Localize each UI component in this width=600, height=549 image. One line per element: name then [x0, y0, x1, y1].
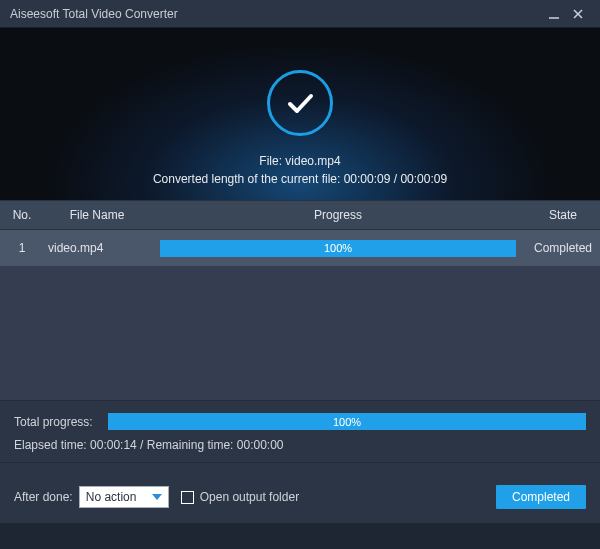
divider [0, 462, 600, 463]
open-output-folder-checkbox[interactable] [181, 491, 194, 504]
total-progress-text: 100% [108, 413, 586, 430]
row-progress-cell: 100% [150, 240, 526, 257]
success-check-icon [267, 70, 333, 136]
chevron-down-icon [152, 494, 162, 500]
total-progress-label: Total progress: [14, 415, 108, 429]
status-hero: File: video.mp4 Converted length of the … [0, 28, 600, 200]
completed-button[interactable]: Completed [496, 485, 586, 509]
table-body: 1 video.mp4 100% Completed [0, 230, 600, 400]
row-filename: video.mp4 [44, 241, 150, 255]
table-header: No. File Name Progress State [0, 200, 600, 230]
row-state: Completed [526, 241, 600, 255]
after-done-value: No action [86, 490, 137, 504]
titlebar[interactable]: Aiseesoft Total Video Converter [0, 0, 600, 28]
header-state: State [526, 208, 600, 222]
header-progress: Progress [150, 208, 526, 222]
after-done-select[interactable]: No action [79, 486, 169, 508]
file-prefix: File: [259, 154, 285, 168]
timing-line: Elapsed time: 00:00:14 / Remaining time:… [14, 438, 586, 452]
row-progress-text: 100% [160, 240, 516, 257]
row-progress-bar: 100% [160, 240, 516, 257]
total-progress-bar: 100% [108, 413, 586, 430]
total-area: Total progress: 100% Elapsed time: 00:00… [0, 400, 600, 473]
after-done-label: After done: [14, 490, 73, 504]
table-row[interactable]: 1 video.mp4 100% Completed [0, 230, 600, 266]
footer: After done: No action Open output folder… [0, 473, 600, 523]
close-button[interactable] [566, 4, 590, 24]
header-no: No. [0, 208, 44, 222]
converted-length-line: Converted length of the current file: 00… [153, 172, 447, 186]
minimize-button[interactable] [542, 4, 566, 24]
current-file-line: File: video.mp4 [259, 154, 340, 168]
file-name: video.mp4 [285, 154, 340, 168]
open-output-folder-label[interactable]: Open output folder [200, 490, 299, 504]
row-no: 1 [0, 241, 44, 255]
window-title: Aiseesoft Total Video Converter [10, 7, 542, 21]
total-progress-row: Total progress: 100% [14, 413, 586, 430]
header-filename: File Name [44, 208, 150, 222]
